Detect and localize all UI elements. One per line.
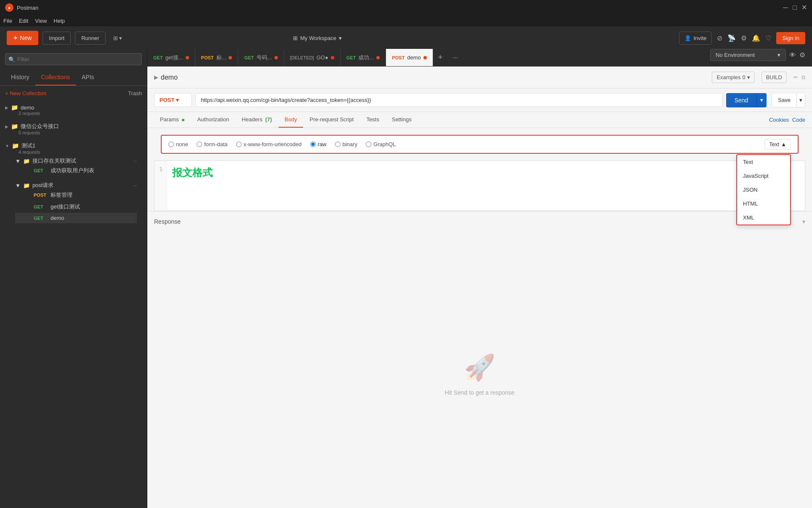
body-type-graphql[interactable]: GraphQL — [366, 141, 396, 147]
window-controls[interactable]: ─ □ ✕ — [783, 5, 807, 11]
copy-icon[interactable]: ⧉ — [801, 74, 805, 81]
tab-dot — [229, 56, 232, 59]
send-button[interactable]: Send — [726, 93, 757, 107]
tab-get-成功[interactable]: GET 成功... — [341, 49, 386, 67]
url-input[interactable] — [195, 93, 723, 107]
workspace-selector[interactable]: ⊞ My Workspace ▾ — [293, 35, 342, 41]
text-format-dropdown[interactable]: Text ▲ — [764, 139, 791, 150]
save-dropdown-button[interactable]: ▾ — [797, 93, 805, 107]
notifications-icon[interactable]: 🔔 — [752, 34, 760, 42]
tab-apis[interactable]: APIs — [76, 70, 100, 86]
request-post-tags[interactable]: POST 标签管理 — [15, 189, 137, 201]
tune-icon[interactable]: ⚙ — [799, 51, 805, 59]
collection-test1-header[interactable]: ▼ 📁 测试1 — [5, 142, 142, 150]
more-icon[interactable]: ··· — [133, 158, 137, 163]
heart-icon[interactable]: ♡ — [765, 34, 771, 42]
new-collection-button[interactable]: + New Collection — [5, 90, 46, 96]
request-title-bar: ▶ demo Examples 0 ▾ BUILD ✏ ⧉ — [147, 67, 812, 88]
close-button[interactable]: ✕ — [801, 5, 807, 11]
method-selector[interactable]: POST ▾ — [154, 93, 192, 107]
send-dropdown-button[interactable]: ▾ — [756, 93, 767, 107]
invite-button[interactable]: 👤 Invite — [679, 32, 712, 45]
tab-post-demo[interactable]: POST demo — [386, 49, 433, 67]
minimize-button[interactable]: ─ — [783, 5, 788, 11]
request-name: demo — [51, 215, 64, 221]
radio-graphql[interactable] — [366, 142, 371, 147]
body-type-formdata[interactable]: form-data — [197, 141, 228, 147]
examples-button[interactable]: Examples 0 ▾ — [712, 72, 754, 83]
cookies-link[interactable]: Cookies — [769, 117, 789, 123]
satellite-icon[interactable]: 📡 — [727, 34, 736, 42]
req-tab-settings[interactable]: Settings — [386, 112, 418, 128]
body-type-binary-label: binary — [343, 141, 357, 147]
radio-urlencoded[interactable] — [236, 142, 242, 147]
req-tab-params[interactable]: Params — [154, 112, 190, 128]
format-json[interactable]: JSON — [737, 183, 790, 197]
trash-button[interactable]: Trash — [128, 90, 142, 96]
body-type-binary[interactable]: binary — [335, 141, 357, 147]
signin-button[interactable]: Sign In — [776, 32, 805, 44]
new-label: New — [20, 35, 32, 41]
code-content[interactable]: 报文格式 — [167, 161, 805, 211]
req-tab-tests[interactable]: Tests — [360, 112, 385, 128]
collection-weixin-header[interactable]: ▶ 📁 微信公众号接口 — [5, 123, 142, 130]
tab-collections[interactable]: Collections — [35, 70, 76, 86]
body-type-none[interactable]: none — [168, 141, 188, 147]
radio-none[interactable] — [168, 142, 174, 147]
req-tab-prerequest[interactable]: Pre-request Script — [304, 112, 360, 128]
format-xml[interactable]: XML — [737, 211, 790, 225]
req-tab-body[interactable]: Body — [279, 112, 303, 128]
add-tab-button[interactable]: + — [433, 53, 448, 62]
body-type-urlencoded[interactable]: x-www-form-urlencoded — [236, 141, 302, 147]
tab-headers-label: Headers — [242, 116, 262, 123]
format-javascript[interactable]: JavaScript — [737, 169, 790, 183]
maximize-button[interactable]: □ — [792, 5, 798, 11]
req-tab-headers[interactable]: Headers (7) — [236, 112, 278, 128]
sidebar-tabs: History Collections APIs — [0, 70, 147, 86]
eye-icon[interactable]: 👁 — [789, 51, 796, 59]
folder-icon: 📁 — [23, 158, 30, 164]
edit-icon[interactable]: ✏ — [793, 74, 798, 80]
radio-binary[interactable] — [335, 142, 341, 147]
save-button[interactable]: Save — [772, 93, 797, 107]
layout-icon[interactable]: ⊞ ▾ — [113, 35, 122, 41]
tab-deleted-go[interactable]: [DELETED] GO● — [284, 49, 341, 67]
response-collapse-icon[interactable]: ▾ — [802, 218, 805, 225]
method-get-badge: GET — [34, 216, 47, 221]
radio-formdata[interactable] — [197, 142, 202, 147]
chevron-icon: ▾ — [176, 97, 179, 103]
runner-button[interactable]: Runner — [75, 32, 106, 45]
body-type-raw[interactable]: raw — [310, 141, 327, 147]
search-input[interactable] — [5, 53, 142, 65]
tab-history[interactable]: History — [5, 70, 35, 86]
import-button[interactable]: Import — [43, 32, 71, 45]
new-button[interactable]: + New — [7, 31, 38, 45]
folder-api-test-header[interactable]: ▼ 📁 接口存在关联测试 ··· — [15, 157, 137, 165]
menu-edit[interactable]: Edit — [19, 18, 28, 24]
request-get-demo[interactable]: GET demo — [15, 213, 137, 223]
menu-help[interactable]: Help — [53, 18, 65, 24]
folder-post-header[interactable]: ▼ 📁 post请求 ··· — [15, 182, 137, 189]
tab-get-接[interactable]: GET get接... — [147, 49, 195, 67]
format-text[interactable]: Text — [737, 155, 790, 169]
collection-demo-header[interactable]: ▶ 📁 demo — [5, 104, 142, 111]
radio-raw[interactable] — [310, 142, 316, 147]
format-html[interactable]: HTML — [737, 197, 790, 211]
build-button[interactable]: BUILD — [761, 72, 787, 83]
collapse-icon[interactable]: ▶ — [154, 74, 158, 80]
more-icon[interactable]: ··· — [133, 183, 137, 188]
code-link[interactable]: Code — [792, 117, 805, 123]
menu-view[interactable]: View — [35, 18, 47, 24]
request-get-users[interactable]: GET 成功获取用户列表 — [15, 165, 137, 176]
request-get-api-test[interactable]: GET get接口测试 — [15, 201, 137, 213]
settings-icon[interactable]: ⚙ — [741, 34, 747, 42]
more-tabs-button[interactable]: ··· — [447, 54, 463, 61]
tab-post-标[interactable]: POST 标... — [195, 49, 239, 67]
req-tab-authorization[interactable]: Authorization — [191, 112, 235, 128]
tab-settings-label: Settings — [392, 116, 412, 123]
tab-name: 成功... — [358, 54, 374, 61]
tab-get-号码[interactable]: GET 号码... — [238, 49, 284, 67]
environment-selector[interactable]: No Environment ▾ — [710, 49, 786, 61]
menu-file[interactable]: File — [3, 18, 12, 24]
sync-off-icon[interactable]: ⊘ — [717, 34, 722, 42]
